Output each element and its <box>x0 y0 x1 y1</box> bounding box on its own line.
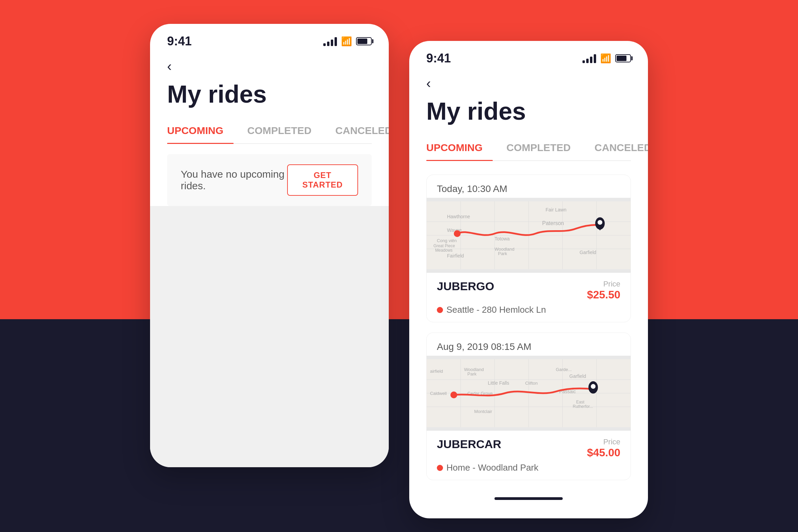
back-button-2[interactable]: ‹ <box>426 76 431 91</box>
phone1-content: ‹ My rides UPCOMING COMPLETED CANCELED Y… <box>150 52 389 206</box>
phones-container: 9:41 📶 ‹ My rides UPCOMING COMPLETED <box>150 27 648 505</box>
tabs-2: UPCOMING COMPLETED CANCELED <box>426 135 631 161</box>
svg-text:Hawthorne: Hawthorne <box>447 214 470 219</box>
status-bar-1: 9:41 📶 <box>150 24 389 52</box>
home-indicator-2 <box>494 497 563 500</box>
svg-text:Fairfield: Fairfield <box>447 253 464 258</box>
svg-text:Rutherfor...: Rutherfor... <box>573 404 593 409</box>
get-started-button[interactable]: GET STARTED <box>287 164 358 196</box>
battery-icon-1 <box>356 37 372 45</box>
map-svg-2: airfield Woodland Park Garde... Garfield… <box>427 356 631 431</box>
empty-content-area <box>150 206 389 467</box>
time-1: 9:41 <box>167 34 192 48</box>
svg-point-23 <box>597 220 602 225</box>
tab-upcoming-1[interactable]: UPCOMING <box>167 118 234 143</box>
no-rides-text: You have no upcoming rides. <box>181 168 287 192</box>
svg-text:Cong viên: Cong viên <box>437 238 457 243</box>
svg-text:Fair Lawn: Fair Lawn <box>546 207 566 212</box>
tabs-1: UPCOMING COMPLETED CANCELED <box>167 118 372 144</box>
svg-text:Caldwell: Caldwell <box>430 391 447 396</box>
svg-text:Garfield: Garfield <box>570 373 586 379</box>
svg-text:Little Falls: Little Falls <box>488 380 509 386</box>
status-bar-2: 9:41 📶 <box>409 41 648 69</box>
tab-canceled-2[interactable]: CANCELED <box>594 135 648 160</box>
page-title-1: My rides <box>167 81 372 108</box>
ride-card-2[interactable]: Aug 9, 2019 08:15 AM airfie <box>426 332 631 480</box>
ride-map-2: airfield Woodland Park Garde... Garfield… <box>427 356 631 431</box>
time-2: 9:41 <box>426 51 451 65</box>
tab-completed-1[interactable]: COMPLETED <box>247 118 322 143</box>
no-rides-banner: You have no upcoming rides. GET STARTED <box>167 154 372 206</box>
map-svg-1: Hawthorne Fair Lawn Paterson Wayne Cong … <box>427 198 631 273</box>
wifi-icon-1: 📶 <box>341 36 352 47</box>
status-icons-2: 📶 <box>582 53 631 64</box>
phone-2: 9:41 📶 ‹ My rides UPCOMING COMPLETED <box>409 41 648 518</box>
wifi-icon-2: 📶 <box>600 53 611 64</box>
svg-text:Park: Park <box>498 251 507 256</box>
ride-map-1: Hawthorne Fair Lawn Paterson Wayne Cong … <box>427 198 631 273</box>
price-value-1: $25.50 <box>587 289 620 301</box>
ride-name-1: JUBERGO <box>437 280 494 293</box>
ride-card-1[interactable]: Today, 10:30 AM <box>426 175 631 322</box>
svg-point-48 <box>591 384 595 389</box>
ride-card-2-info: JUBERCAR Price $45.00 Home - Woodland Pa… <box>427 431 631 480</box>
svg-point-46 <box>450 391 457 398</box>
svg-point-21 <box>454 230 461 237</box>
tab-completed-2[interactable]: COMPLETED <box>506 135 581 160</box>
page-title-2: My rides <box>426 98 631 125</box>
svg-text:Park: Park <box>468 371 477 376</box>
svg-text:Paterson: Paterson <box>542 220 564 226</box>
price-value-2: $45.00 <box>587 446 620 459</box>
price-label-1: Price <box>587 280 620 289</box>
svg-text:Montclair: Montclair <box>474 409 492 414</box>
tab-upcoming-2[interactable]: UPCOMING <box>426 135 493 160</box>
phone2-content: ‹ My rides UPCOMING COMPLETED CANCELED T… <box>409 69 648 490</box>
ride-name-2: JUBERCAR <box>437 438 501 451</box>
signal-icon-2 <box>582 54 596 63</box>
ride-route-1: Seattle - 280 Hemlock Ln <box>446 305 546 315</box>
phone-1: 9:41 📶 ‹ My rides UPCOMING COMPLETED <box>150 24 389 467</box>
ride-card-2-time: Aug 9, 2019 08:15 AM <box>427 333 631 356</box>
back-button-1[interactable]: ‹ <box>167 59 172 74</box>
price-label-2: Price <box>587 438 620 446</box>
tab-canceled-1[interactable]: CANCELED <box>335 118 389 143</box>
svg-text:Garfield: Garfield <box>580 250 596 255</box>
ride-card-1-info: JUBERGO Price $25.50 Seattle - 280 Hemlo… <box>427 273 631 322</box>
signal-icon-1 <box>323 36 337 46</box>
ride-cards-list: Today, 10:30 AM <box>426 168 631 490</box>
svg-text:Meadows: Meadows <box>435 248 453 253</box>
location-dot-2 <box>437 465 443 471</box>
svg-text:East: East <box>576 400 585 404</box>
svg-text:Clifton: Clifton <box>525 381 538 386</box>
svg-text:Garde...: Garde... <box>556 367 572 372</box>
location-dot-1 <box>437 307 443 313</box>
ride-card-1-time: Today, 10:30 AM <box>427 175 631 198</box>
svg-text:Great Piece: Great Piece <box>433 243 455 248</box>
battery-icon-2 <box>615 54 631 62</box>
ride-route-2: Home - Woodland Park <box>446 462 538 473</box>
status-icons-1: 📶 <box>323 36 372 47</box>
svg-text:Totowa: Totowa <box>494 236 509 241</box>
svg-text:airfield: airfield <box>430 369 443 374</box>
